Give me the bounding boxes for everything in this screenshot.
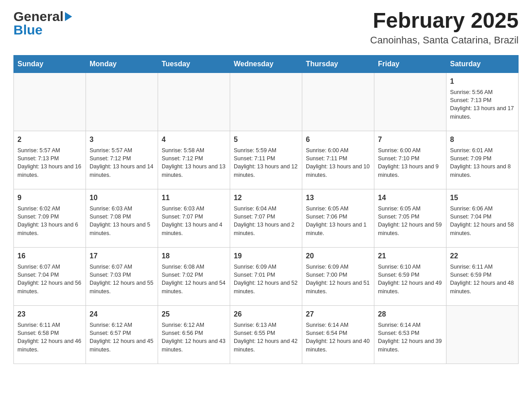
day-number: 24 [90, 309, 154, 319]
calendar-week-row: 23Sunrise: 6:11 AMSunset: 6:58 PMDayligh… [14, 305, 519, 364]
day-info: Sunrise: 5:57 AMSunset: 7:12 PMDaylight:… [90, 146, 154, 179]
logo-line1: General [13, 9, 72, 24]
calendar-week-row: 16Sunrise: 6:07 AMSunset: 7:04 PMDayligh… [14, 247, 519, 305]
day-number: 23 [17, 309, 82, 319]
day-of-week-header: Thursday [302, 55, 374, 73]
calendar-day-cell: 13Sunrise: 6:05 AMSunset: 7:06 PMDayligh… [302, 189, 374, 247]
day-number: 11 [162, 193, 226, 203]
day-info: Sunrise: 5:57 AMSunset: 7:13 PMDaylight:… [17, 146, 82, 179]
day-info: Sunrise: 6:09 AMSunset: 7:01 PMDaylight:… [234, 263, 298, 295]
day-of-week-header: Monday [86, 55, 158, 73]
day-of-week-header: Sunday [14, 55, 86, 73]
calendar-day-cell [446, 305, 519, 364]
calendar-day-cell [230, 73, 302, 131]
logo-arrow-icon [65, 12, 72, 21]
day-number: 12 [234, 193, 298, 203]
calendar-day-cell: 6Sunrise: 6:00 AMSunset: 7:11 PMDaylight… [302, 131, 374, 189]
day-info: Sunrise: 6:12 AMSunset: 6:56 PMDaylight:… [162, 321, 226, 354]
day-number: 18 [162, 251, 226, 261]
month-title: February 2025 [370, 9, 519, 33]
day-number: 7 [378, 135, 442, 145]
logo-blue-text: Blue [13, 22, 72, 38]
day-of-week-header: Saturday [446, 55, 519, 73]
day-info: Sunrise: 6:12 AMSunset: 6:57 PMDaylight:… [90, 321, 154, 354]
page-header: General Blue February 2025 Canoinhas, Sa… [13, 9, 519, 46]
day-number: 4 [162, 135, 226, 145]
calendar-day-cell: 18Sunrise: 6:08 AMSunset: 7:02 PMDayligh… [158, 247, 230, 305]
day-info: Sunrise: 6:03 AMSunset: 7:07 PMDaylight:… [162, 205, 226, 237]
calendar-week-row: 2Sunrise: 5:57 AMSunset: 7:13 PMDaylight… [14, 131, 519, 189]
day-number: 16 [17, 251, 82, 261]
calendar-day-cell: 12Sunrise: 6:04 AMSunset: 7:07 PMDayligh… [230, 189, 302, 247]
day-number: 8 [450, 135, 515, 145]
calendar-day-cell: 27Sunrise: 6:14 AMSunset: 6:54 PMDayligh… [302, 305, 374, 364]
day-number: 1 [450, 77, 515, 86]
day-info: Sunrise: 6:14 AMSunset: 6:54 PMDaylight:… [306, 321, 370, 354]
calendar-week-row: 1Sunrise: 5:56 AMSunset: 7:13 PMDaylight… [14, 73, 519, 131]
day-number: 17 [90, 251, 154, 261]
day-number: 15 [450, 193, 515, 203]
day-info: Sunrise: 6:11 AMSunset: 6:59 PMDaylight:… [450, 263, 515, 295]
calendar-day-cell [374, 73, 446, 131]
day-number: 3 [90, 135, 154, 145]
calendar-day-cell: 5Sunrise: 5:59 AMSunset: 7:11 PMDaylight… [230, 131, 302, 189]
calendar-day-cell: 1Sunrise: 5:56 AMSunset: 7:13 PMDaylight… [446, 73, 519, 131]
day-info: Sunrise: 6:03 AMSunset: 7:08 PMDaylight:… [90, 205, 154, 237]
calendar-day-cell [86, 73, 158, 131]
day-info: Sunrise: 6:05 AMSunset: 7:06 PMDaylight:… [306, 205, 370, 237]
day-info: Sunrise: 6:06 AMSunset: 7:04 PMDaylight:… [450, 205, 515, 237]
day-number: 10 [90, 193, 154, 203]
day-info: Sunrise: 5:59 AMSunset: 7:11 PMDaylight:… [234, 146, 298, 179]
logo-general-text: General [13, 9, 64, 24]
day-info: Sunrise: 6:11 AMSunset: 6:58 PMDaylight:… [17, 321, 82, 354]
calendar-day-cell: 25Sunrise: 6:12 AMSunset: 6:56 PMDayligh… [158, 305, 230, 364]
calendar-day-cell: 28Sunrise: 6:14 AMSunset: 6:53 PMDayligh… [374, 305, 446, 364]
day-info: Sunrise: 6:00 AMSunset: 7:10 PMDaylight:… [378, 146, 442, 179]
day-number: 6 [306, 135, 370, 145]
day-info: Sunrise: 5:56 AMSunset: 7:13 PMDaylight:… [450, 88, 515, 121]
calendar-day-cell: 14Sunrise: 6:05 AMSunset: 7:05 PMDayligh… [374, 189, 446, 247]
calendar-day-cell: 8Sunrise: 6:01 AMSunset: 7:09 PMDaylight… [446, 131, 519, 189]
calendar-day-cell: 19Sunrise: 6:09 AMSunset: 7:01 PMDayligh… [230, 247, 302, 305]
day-number: 14 [378, 193, 442, 203]
day-info: Sunrise: 6:10 AMSunset: 6:59 PMDaylight:… [378, 263, 442, 295]
calendar-day-cell: 7Sunrise: 6:00 AMSunset: 7:10 PMDaylight… [374, 131, 446, 189]
days-of-week-row: SundayMondayTuesdayWednesdayThursdayFrid… [14, 55, 519, 73]
day-number: 26 [234, 309, 298, 319]
calendar-day-cell: 22Sunrise: 6:11 AMSunset: 6:59 PMDayligh… [446, 247, 519, 305]
calendar-day-cell: 24Sunrise: 6:12 AMSunset: 6:57 PMDayligh… [86, 305, 158, 364]
logo: General Blue [13, 9, 72, 38]
calendar-week-row: 9Sunrise: 6:02 AMSunset: 7:09 PMDaylight… [14, 189, 519, 247]
day-info: Sunrise: 6:08 AMSunset: 7:02 PMDaylight:… [162, 263, 226, 295]
day-number: 5 [234, 135, 298, 145]
day-number: 27 [306, 309, 370, 319]
calendar-day-cell: 23Sunrise: 6:11 AMSunset: 6:58 PMDayligh… [14, 305, 86, 364]
calendar-day-cell: 3Sunrise: 5:57 AMSunset: 7:12 PMDaylight… [86, 131, 158, 189]
calendar-day-cell: 20Sunrise: 6:09 AMSunset: 7:00 PMDayligh… [302, 247, 374, 305]
day-info: Sunrise: 6:07 AMSunset: 7:04 PMDaylight:… [17, 263, 82, 295]
calendar-day-cell: 9Sunrise: 6:02 AMSunset: 7:09 PMDaylight… [14, 189, 86, 247]
calendar-day-cell: 26Sunrise: 6:13 AMSunset: 6:55 PMDayligh… [230, 305, 302, 364]
day-number: 22 [450, 251, 515, 261]
day-info: Sunrise: 6:09 AMSunset: 7:00 PMDaylight:… [306, 263, 370, 295]
day-info: Sunrise: 5:58 AMSunset: 7:12 PMDaylight:… [162, 146, 226, 179]
day-of-week-header: Tuesday [158, 55, 230, 73]
day-number: 2 [17, 135, 82, 145]
calendar-day-cell [158, 73, 230, 131]
day-number: 13 [306, 193, 370, 203]
calendar-day-cell [14, 73, 86, 131]
calendar-header: SundayMondayTuesdayWednesdayThursdayFrid… [14, 55, 519, 73]
day-number: 19 [234, 251, 298, 261]
day-info: Sunrise: 6:13 AMSunset: 6:55 PMDaylight:… [234, 321, 298, 354]
calendar-day-cell: 2Sunrise: 5:57 AMSunset: 7:13 PMDaylight… [14, 131, 86, 189]
calendar-table: SundayMondayTuesdayWednesdayThursdayFrid… [13, 55, 519, 364]
day-info: Sunrise: 6:01 AMSunset: 7:09 PMDaylight:… [450, 146, 515, 179]
day-info: Sunrise: 6:02 AMSunset: 7:09 PMDaylight:… [17, 205, 82, 237]
day-info: Sunrise: 6:00 AMSunset: 7:11 PMDaylight:… [306, 146, 370, 179]
day-info: Sunrise: 6:05 AMSunset: 7:05 PMDaylight:… [378, 205, 442, 237]
calendar-day-cell: 21Sunrise: 6:10 AMSunset: 6:59 PMDayligh… [374, 247, 446, 305]
calendar-body: 1Sunrise: 5:56 AMSunset: 7:13 PMDaylight… [14, 73, 519, 364]
day-number: 25 [162, 309, 226, 319]
day-of-week-header: Friday [374, 55, 446, 73]
calendar-day-cell: 17Sunrise: 6:07 AMSunset: 7:03 PMDayligh… [86, 247, 158, 305]
